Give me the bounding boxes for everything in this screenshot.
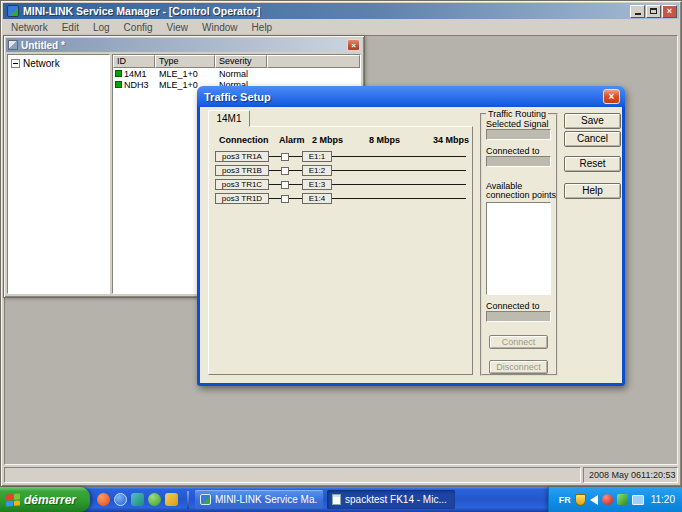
selected-signal-field <box>486 129 551 140</box>
tree-node-network[interactable]: Network <box>8 55 109 69</box>
status-date: 2008 May 06 <box>589 470 641 480</box>
e1-button[interactable]: E1:2 <box>302 165 332 176</box>
connect-button[interactable]: Connect <box>489 335 548 349</box>
expander-minus-icon[interactable] <box>11 59 20 68</box>
dialog-title: Traffic Setup <box>204 91 603 103</box>
messenger-icon[interactable] <box>148 493 161 506</box>
alarm-checkbox[interactable] <box>281 195 289 203</box>
status-time: 11:20:53 <box>641 470 675 480</box>
dialog-titlebar[interactable]: Traffic Setup × <box>197 86 625 107</box>
task-label: spacktest FK14 - Mic... <box>345 494 447 505</box>
e1-button[interactable]: E1:4 <box>302 193 332 204</box>
header-alarm: Alarm <box>279 135 305 145</box>
status-panel-main <box>4 467 581 483</box>
security-shield-icon[interactable] <box>575 494 586 506</box>
column-header-id[interactable]: ID <box>113 55 155 68</box>
available-connection-points-listbox[interactable] <box>486 202 551 295</box>
menu-log[interactable]: Log <box>86 22 117 33</box>
restore-icon <box>650 8 657 14</box>
desktop-screen: MINI-LINK Service Manager - [Control Ope… <box>0 0 682 512</box>
task-button-document[interactable]: spacktest FK14 - Mic... <box>327 490 455 509</box>
alarm-checkbox[interactable] <box>281 167 289 175</box>
connection-row: pos3 TR1B E1:2 <box>215 165 466 176</box>
menu-config[interactable]: Config <box>117 22 160 33</box>
app-icon[interactable] <box>7 5 19 17</box>
alarm-checkbox[interactable] <box>281 153 289 161</box>
menu-network[interactable]: Network <box>4 22 55 33</box>
signal-wire <box>332 170 466 171</box>
main-window-title: MINI-LINK Service Manager - [Control Ope… <box>23 5 629 17</box>
dialog-close-icon: × <box>609 91 615 102</box>
internet-explorer-icon[interactable] <box>114 493 127 506</box>
launcher-icon[interactable] <box>97 493 110 506</box>
signal-wire <box>269 184 281 185</box>
child-close-button[interactable]: × <box>347 39 360 51</box>
connection-button[interactable]: pos3 TR1C <box>215 179 269 190</box>
signal-wire <box>332 184 466 185</box>
menu-view[interactable]: View <box>160 22 196 33</box>
dialog-close-button[interactable]: × <box>603 89 620 104</box>
signal-wire <box>289 156 302 157</box>
network-icon[interactable] <box>617 494 628 505</box>
child-window-titlebar[interactable]: Untitled * × <box>6 38 362 52</box>
antivirus-icon[interactable] <box>602 494 613 505</box>
status-panel-datetime: 2008 May 06 11:20:53 <box>583 467 678 483</box>
language-indicator[interactable]: FR <box>559 495 571 505</box>
connected-to-label: Connected to <box>486 146 540 156</box>
menu-bar: Network Edit Log Config View Window Help <box>4 21 678 34</box>
media-icon[interactable] <box>131 493 144 506</box>
child-window-title: Untitled * <box>21 40 347 51</box>
tray-clock[interactable]: 11:20 <box>651 494 675 505</box>
status-bar: 2008 May 06 11:20:53 <box>4 467 678 483</box>
e1-button[interactable]: E1:3 <box>302 179 332 190</box>
menu-window[interactable]: Window <box>195 22 245 33</box>
connection-button[interactable]: pos3 TR1A <box>215 151 269 162</box>
header-connection: Connection <box>219 135 269 145</box>
traffic-routing-group: Traffic Routing Selected Signal Connecte… <box>480 113 558 376</box>
signal-wire <box>269 156 281 157</box>
tab-14m1[interactable]: 14M1 <box>208 110 250 127</box>
connection-row: pos3 TR1D E1:4 <box>215 193 466 204</box>
available-label-line2: connection points <box>486 190 556 200</box>
status-ok-square-icon <box>115 70 122 77</box>
save-button[interactable]: Save <box>564 113 621 129</box>
column-header-severity[interactable]: Severity <box>215 55 267 68</box>
volume-icon[interactable] <box>590 495 598 505</box>
task-button-minilink[interactable]: MINI-LINK Service Ma... <box>195 490 323 509</box>
cell-id: 14M1 <box>124 69 147 79</box>
taskbar-divider <box>187 491 189 509</box>
tools-icon[interactable] <box>165 493 178 506</box>
disconnect-button[interactable]: Disconnect <box>489 360 548 374</box>
list-header-row: ID Type Severity <box>113 55 360 68</box>
connection-button[interactable]: pos3 TR1B <box>215 165 269 176</box>
connection-button[interactable]: pos3 TR1D <box>215 193 269 204</box>
network-tree-pane: Network <box>7 54 110 294</box>
reset-button[interactable]: Reset <box>564 156 621 172</box>
display-icon[interactable] <box>632 495 644 505</box>
restore-button[interactable] <box>646 5 661 18</box>
start-button-label: démarrer <box>24 493 76 507</box>
table-row[interactable]: 14M1 MLE_1+0 Normal <box>113 68 360 79</box>
alarm-checkbox[interactable] <box>281 181 289 189</box>
menu-edit[interactable]: Edit <box>55 22 86 33</box>
menu-help[interactable]: Help <box>245 22 280 33</box>
minimize-button[interactable] <box>630 5 645 18</box>
help-button[interactable]: Help <box>564 183 621 199</box>
e1-button[interactable]: E1:1 <box>302 151 332 162</box>
signal-wire <box>269 170 281 171</box>
task-label: MINI-LINK Service Ma... <box>215 494 318 505</box>
column-header-filler <box>267 55 360 68</box>
document-task-icon <box>332 494 341 505</box>
start-button[interactable]: démarrer <box>0 487 90 512</box>
signal-wire <box>289 184 302 185</box>
connection-row: pos3 TR1C E1:3 <box>215 179 466 190</box>
taskbar: démarrer MINI-LINK Service Ma... spackte… <box>0 487 682 512</box>
child-window-icon[interactable] <box>8 40 18 50</box>
connected-to-field-2 <box>486 311 551 322</box>
close-button[interactable]: × <box>662 5 677 18</box>
main-window-titlebar[interactable]: MINI-LINK Service Manager - [Control Ope… <box>3 3 679 19</box>
connected-to-label-2: Connected to <box>486 301 540 311</box>
column-header-type[interactable]: Type <box>155 55 215 68</box>
header-34mbps: 34 Mbps <box>433 135 469 145</box>
cancel-button[interactable]: Cancel <box>564 131 621 147</box>
